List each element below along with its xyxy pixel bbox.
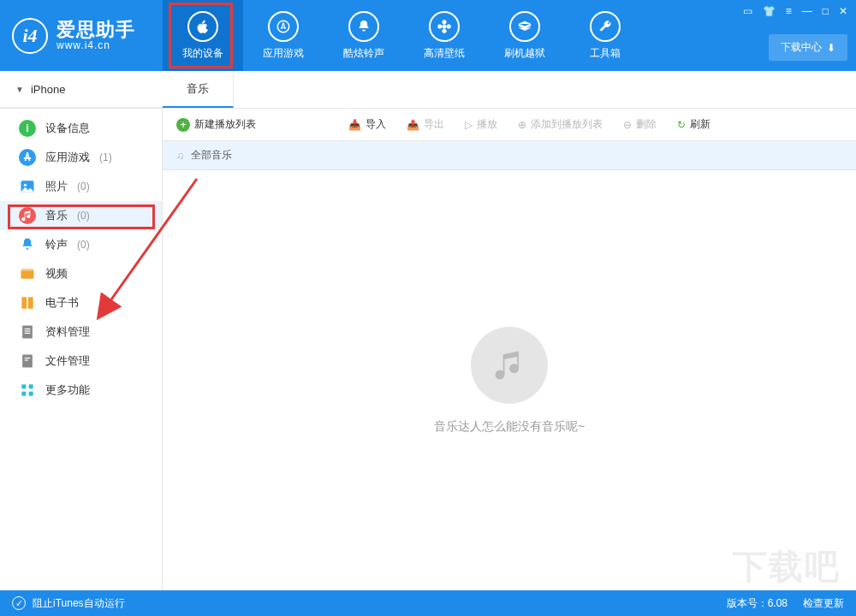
- empty-music-icon: [471, 327, 548, 404]
- book-icon: [19, 294, 36, 311]
- btn-label: 删除: [636, 117, 657, 132]
- sidebar-item-device-info[interactable]: i 设备信息: [0, 114, 162, 143]
- svg-rect-14: [25, 333, 31, 334]
- nav-toolbox[interactable]: 工具箱: [565, 0, 645, 71]
- sidebar-label: 铃声: [45, 237, 68, 252]
- nav-flash[interactable]: 刷机越狱: [484, 0, 565, 71]
- new-playlist-button[interactable]: + 新建播放列表: [176, 117, 256, 132]
- maximize-icon[interactable]: □: [823, 5, 829, 17]
- bell-icon: [348, 11, 379, 42]
- svg-rect-16: [25, 358, 31, 358]
- wrench-icon: [590, 11, 621, 42]
- device-name: iPhone: [31, 83, 65, 96]
- btn-label: 添加到播放列表: [531, 117, 603, 132]
- sidebar-label: 音乐: [45, 208, 68, 223]
- svg-rect-18: [21, 384, 26, 388]
- video-icon: [19, 265, 36, 282]
- btn-label: 播放: [477, 117, 497, 132]
- sidebar-label: 视频: [45, 266, 68, 281]
- menu-icon[interactable]: ≡: [786, 5, 792, 17]
- playlist-all-music[interactable]: ♫ 全部音乐: [163, 141, 856, 170]
- svg-rect-17: [25, 359, 28, 360]
- check-update-button[interactable]: 检查更新: [803, 596, 844, 611]
- subtab-label: 音乐: [187, 81, 209, 97]
- svg-rect-11: [22, 326, 33, 339]
- flower-icon: [429, 11, 460, 42]
- feedback-icon[interactable]: ▭: [743, 5, 752, 17]
- svg-rect-20: [21, 392, 26, 396]
- sidebar-item-more[interactable]: 更多功能: [0, 376, 162, 405]
- minimize-icon[interactable]: —: [802, 5, 812, 17]
- sidebar-count: (0): [77, 239, 90, 251]
- sidebar-count: (0): [77, 210, 90, 222]
- sidebar-label: 照片: [45, 179, 68, 194]
- nav-label: 我的设备: [182, 46, 223, 61]
- svg-point-0: [277, 21, 289, 33]
- svg-rect-10: [21, 269, 34, 271]
- music-note-icon: ♫: [176, 150, 184, 162]
- svg-rect-21: [29, 392, 33, 396]
- sidebar-item-files[interactable]: 文件管理: [0, 346, 162, 376]
- sidebar-item-music[interactable]: 音乐 (0): [0, 201, 162, 230]
- empty-state: 音乐达人怎么能没有音乐呢~: [163, 170, 856, 590]
- delete-button[interactable]: ⊖ 删除: [623, 117, 657, 132]
- download-center-label: 下载中心: [781, 40, 822, 55]
- sidebar-item-video[interactable]: 视频: [0, 259, 162, 288]
- download-center-button[interactable]: 下载中心 ⬇: [769, 34, 847, 61]
- sidebar-item-apps[interactable]: 应用游戏 (1): [0, 143, 162, 172]
- close-icon[interactable]: ✕: [839, 5, 847, 17]
- svg-point-8: [24, 184, 27, 187]
- sidebar-count: (0): [77, 181, 90, 192]
- btn-label: 导出: [424, 117, 444, 132]
- nav-label: 应用游戏: [263, 46, 304, 61]
- svg-rect-13: [25, 330, 31, 331]
- download-icon: ⬇: [827, 42, 835, 54]
- import-button[interactable]: 📥 导入: [348, 117, 386, 132]
- sidebar-item-ebook[interactable]: 电子书: [0, 288, 162, 317]
- sidebar-label: 设备信息: [45, 121, 90, 136]
- svg-rect-15: [22, 355, 33, 368]
- add-to-playlist-button[interactable]: ⊕ 添加到播放列表: [518, 117, 603, 132]
- apple-icon: [187, 11, 218, 42]
- logo-badge-icon: i4: [12, 18, 48, 54]
- status-itunes-label: 阻止iTunes自动运行: [33, 596, 125, 611]
- sidebar-item-data[interactable]: 资料管理: [0, 317, 162, 346]
- svg-text:i: i: [26, 122, 28, 134]
- window-controls: ▭ 👕 ≡ — □ ✕: [743, 5, 847, 17]
- music-icon: [19, 207, 36, 224]
- btn-label: 刷新: [690, 117, 710, 132]
- sidebar: i 设备信息 应用游戏 (1) 照片 (0) 音乐 (0) 铃声 (0): [0, 109, 163, 590]
- apps-icon: [19, 149, 36, 166]
- refresh-icon: ↻: [677, 119, 686, 131]
- svg-point-2: [443, 20, 447, 24]
- subtab-music[interactable]: 音乐: [163, 71, 234, 108]
- btn-label: 导入: [366, 117, 386, 132]
- play-button[interactable]: ▷ 播放: [465, 117, 497, 132]
- play-icon: ▷: [465, 119, 473, 131]
- playlist-label: 全部音乐: [191, 148, 232, 163]
- sidebar-item-ringtone[interactable]: 铃声 (0): [0, 230, 162, 259]
- device-selector[interactable]: ▼ iPhone: [0, 71, 163, 108]
- skin-icon[interactable]: 👕: [763, 5, 776, 17]
- nav-wallpaper[interactable]: 高清壁纸: [404, 0, 484, 71]
- box-icon: [509, 11, 540, 42]
- refresh-button[interactable]: ↻ 刷新: [677, 117, 710, 132]
- toolbar: + 新建播放列表 📥 导入 📤 导出 ▷ 播放 ⊕ 添: [163, 109, 856, 141]
- chevron-down-icon: ▼: [15, 85, 24, 94]
- empty-message: 音乐达人怎么能没有音乐呢~: [434, 419, 585, 435]
- export-icon: 📤: [407, 119, 419, 131]
- sidebar-item-photos[interactable]: 照片 (0): [0, 172, 162, 201]
- status-itunes-toggle[interactable]: ✓ 阻止iTunes自动运行: [12, 596, 125, 611]
- nav-apps[interactable]: 应用游戏: [243, 0, 324, 71]
- sidebar-label: 资料管理: [45, 324, 90, 340]
- delete-icon: ⊖: [623, 119, 632, 131]
- sidebar-label: 应用游戏: [45, 150, 90, 165]
- svg-point-1: [443, 24, 447, 28]
- svg-point-4: [438, 24, 443, 28]
- check-icon: ✓: [12, 596, 26, 610]
- nav-ringtone[interactable]: 酷炫铃声: [324, 0, 404, 71]
- grid-icon: [19, 382, 36, 399]
- export-button[interactable]: 📤 导出: [407, 117, 444, 132]
- svg-rect-12: [25, 329, 31, 329]
- nav-my-device[interactable]: 我的设备: [163, 0, 243, 71]
